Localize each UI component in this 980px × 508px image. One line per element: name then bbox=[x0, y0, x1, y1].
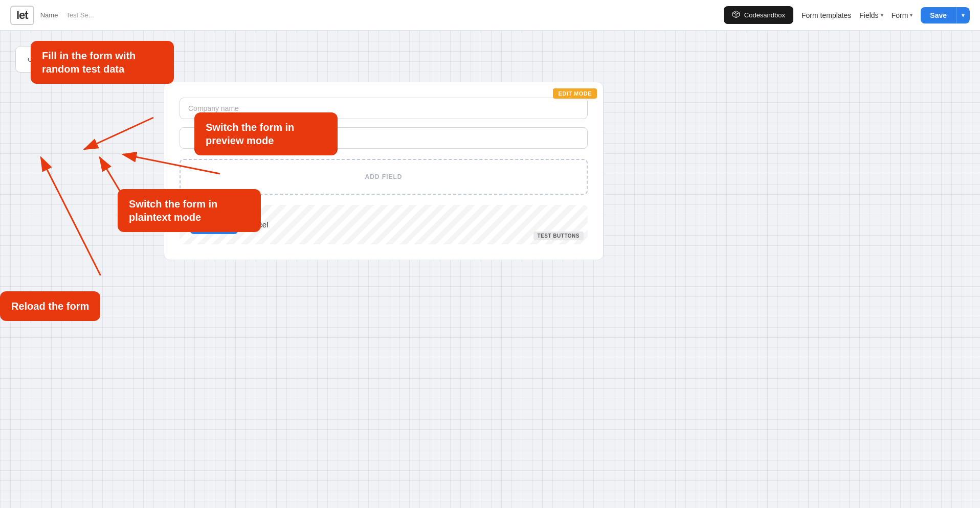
save-dropdown-button[interactable]: ▾ bbox=[956, 7, 970, 24]
form-container: EDIT MODE ADD FIELD Submit Cancel TEST B… bbox=[164, 82, 604, 260]
main-content: ↺ 123 EDIT MODE bbox=[0, 31, 980, 275]
callout-fill-form: Fill in the form with random test data bbox=[31, 41, 174, 84]
form-chevron-icon: ▾ bbox=[910, 12, 912, 18]
form-templates-link[interactable]: Form templates bbox=[801, 11, 851, 19]
callout-preview: Switch the form in preview mode bbox=[194, 112, 338, 155]
app-logo: let bbox=[10, 6, 34, 25]
svg-line-10 bbox=[41, 157, 123, 275]
fields-dropdown[interactable]: Fields ▾ bbox=[859, 11, 883, 19]
test-buttons-badge: TEST BUTTONS bbox=[533, 232, 584, 240]
form-name-label: Name bbox=[40, 11, 58, 19]
top-bar-left: let Name Test Se... bbox=[10, 6, 724, 25]
form-label: Form bbox=[892, 11, 908, 19]
codesandbox-button[interactable]: Codesandbox bbox=[724, 6, 793, 24]
save-button[interactable]: Save bbox=[921, 7, 956, 24]
codesandbox-icon bbox=[732, 10, 740, 20]
callout-reload: Reload the form bbox=[0, 291, 100, 321]
svg-line-7 bbox=[84, 118, 153, 149]
form-name-value: Test Se... bbox=[66, 11, 94, 19]
callout-plaintext: Switch the form in plaintext mode bbox=[118, 189, 261, 232]
form-dropdown[interactable]: Form ▾ bbox=[892, 11, 913, 19]
fields-label: Fields bbox=[859, 11, 878, 19]
top-bar: let Name Test Se... Codesandbox Form tem… bbox=[0, 0, 980, 31]
add-field-label: ADD FIELD bbox=[365, 173, 403, 180]
fields-chevron-icon: ▾ bbox=[881, 12, 883, 18]
top-bar-right: Codesandbox Form templates Fields ▾ Form… bbox=[724, 6, 970, 24]
save-button-group: Save ▾ bbox=[921, 7, 970, 24]
codesandbox-label: Codesandbox bbox=[744, 11, 785, 19]
edit-mode-badge: EDIT MODE bbox=[553, 88, 597, 99]
